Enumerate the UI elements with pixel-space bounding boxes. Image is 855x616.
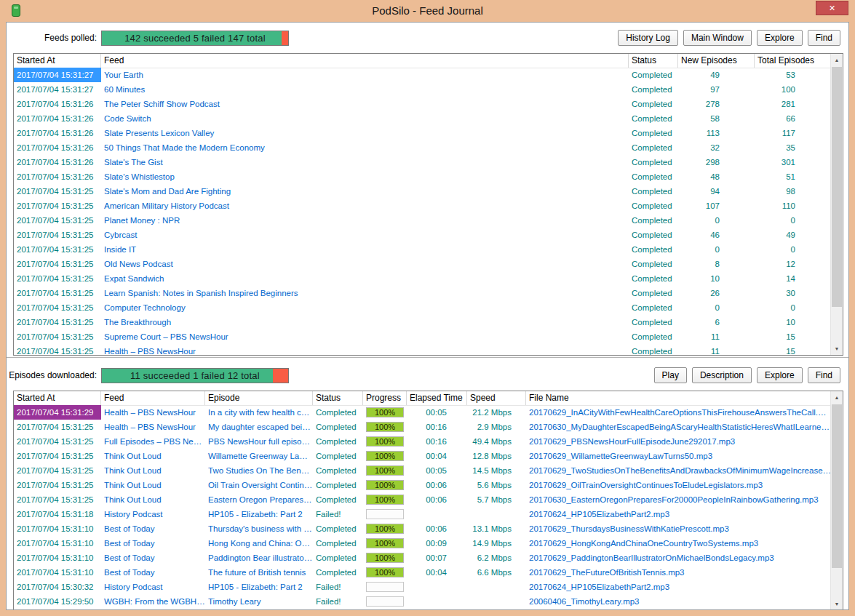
column-header-total-episodes[interactable]: Total Episodes <box>755 54 832 68</box>
scroll-up-icon[interactable]: ▲ <box>831 54 843 66</box>
column-header-status[interactable]: Status <box>313 391 363 405</box>
scroll-down-icon[interactable]: ▼ <box>831 598 843 610</box>
column-header-status[interactable]: Status <box>629 54 678 68</box>
cell-started-at: 2017/07/04 15:31:10 <box>14 521 101 536</box>
table-row[interactable]: 2017/07/04 15:31:10Best of TodayThe futu… <box>14 565 830 580</box>
column-header-episode[interactable]: Episode <box>205 391 313 405</box>
table-row[interactable]: 2017/07/04 15:31:10Best of TodayThursday… <box>14 521 830 536</box>
column-header-started-at[interactable]: Started At <box>14 391 101 405</box>
description-button[interactable]: Description <box>692 367 752 383</box>
column-header-speed[interactable]: Speed <box>467 391 526 405</box>
cell-total-episodes: 10 <box>755 315 830 329</box>
table-row[interactable]: 2017/07/04 15:31:25Old News PodcastCompl… <box>14 257 830 271</box>
table-row[interactable]: 2017/07/04 15:31:26The Peter Schiff Show… <box>14 97 830 111</box>
table-row[interactable]: 2017/07/04 15:31:10Best of TodayPaddingt… <box>14 551 830 565</box>
feeds-status-badge: 142 succeeded 5 failed 147 total <box>101 31 289 46</box>
cell-progress: 100% <box>363 565 407 580</box>
history-log-button[interactable]: History Log <box>618 30 678 46</box>
cell-status: Completed <box>313 565 363 580</box>
column-header-started-at[interactable]: Started At <box>14 54 101 68</box>
cell-started-at: 2017/07/04 15:31:25 <box>14 228 101 242</box>
cell-feed: Slate Presents Lexicon Valley <box>101 126 629 140</box>
cell-speed <box>467 580 526 594</box>
column-header-elapsed-time[interactable]: Elapsed Time <box>407 391 467 405</box>
cell-started-at: 2017/07/04 15:31:26 <box>14 111 101 126</box>
cell-total-episodes: 51 <box>755 169 830 184</box>
table-row[interactable]: 2017/07/04 15:31:25Expat SandwichComplet… <box>14 271 830 286</box>
cell-speed: 12.8 Mbps <box>467 449 526 463</box>
find-button[interactable]: Find <box>808 30 840 46</box>
table-row[interactable]: 2017/07/04 15:31:18History PodcastHP105 … <box>14 507 830 521</box>
table-row[interactable]: 2017/07/04 15:31:25Learn Spanish: Notes … <box>14 286 830 300</box>
episodes-table-header: Started At Feed Episode Status Progress … <box>14 391 843 406</box>
scroll-down-icon[interactable]: ▼ <box>831 343 843 355</box>
table-row[interactable]: 2017/07/04 15:31:25Health – PBS NewsHour… <box>14 344 830 355</box>
table-row[interactable]: 2017/07/04 15:31:27Your EarthCompleted49… <box>14 68 830 82</box>
episodes-table: Started At Feed Episode Status Progress … <box>13 391 843 610</box>
table-row[interactable]: 2017/07/04 15:31:26Slate's The GistCompl… <box>14 155 830 169</box>
cell-status: Completed <box>629 140 678 155</box>
table-row[interactable]: 2017/07/04 15:31:25Computer TechnologyCo… <box>14 300 830 315</box>
table-row[interactable]: 2017/07/04 15:31:25Planet Money : NPRCom… <box>14 213 830 228</box>
table-row[interactable]: 2017/07/04 15:31:10Best of TodayHong Kon… <box>14 536 830 551</box>
scroll-up-icon[interactable]: ▲ <box>831 391 843 404</box>
table-row[interactable]: 2017/07/04 15:31:25CybrcastCompleted4649 <box>14 228 830 242</box>
table-row[interactable]: 2017/07/04 15:31:26Slate's WhistlestopCo… <box>14 169 830 184</box>
column-header-feed[interactable]: Feed <box>101 54 629 68</box>
find-button[interactable]: Find <box>808 367 840 383</box>
cell-feed: Think Out Loud <box>101 478 205 492</box>
table-row[interactable]: 2017/07/04 15:31:25American Military His… <box>14 199 830 213</box>
cell-new-episodes: 0 <box>678 300 755 315</box>
explore-button[interactable]: Explore <box>757 367 803 383</box>
scrollbar-thumb[interactable] <box>832 67 842 307</box>
cell-status: Completed <box>629 169 678 184</box>
table-row[interactable]: 2017/07/04 15:31:2760 MinutesCompleted97… <box>14 82 830 97</box>
table-row[interactable]: 2017/07/04 15:31:29Health – PBS NewsHour… <box>14 405 830 420</box>
explore-button[interactable]: Explore <box>757 30 803 46</box>
cell-feed: 50 Things That Made the Modern Economy <box>101 140 629 155</box>
table-row[interactable]: 2017/07/04 15:31:25Think Out LoudOil Tra… <box>14 478 830 492</box>
cell-started-at: 2017/07/04 15:31:25 <box>14 420 101 434</box>
titlebar[interactable]: PodSilo - Feed Journal ✕ <box>0 0 855 22</box>
cell-new-episodes: 0 <box>678 242 755 257</box>
cell-progress: 100% <box>363 420 407 434</box>
episodes-scrollbar[interactable]: ▲ ▼ <box>830 391 843 610</box>
cell-elapsed-time <box>407 594 467 609</box>
table-row[interactable]: 2017/07/04 15:31:25Full Episodes – PBS N… <box>14 434 830 449</box>
cell-status: Completed <box>629 68 678 82</box>
column-header-progress[interactable]: Progress <box>363 391 407 405</box>
table-row[interactable]: 2017/07/04 15:31:26Code SwitchCompleted5… <box>14 111 830 126</box>
table-row[interactable]: 2017/07/04 15:31:25The BreakthroughCompl… <box>14 315 830 329</box>
table-row[interactable]: 2017/07/04 15:29:50WGBH: From the WGBH .… <box>14 594 830 609</box>
cell-speed: 6.2 Mbps <box>467 551 526 565</box>
cell-elapsed-time: 00:06 <box>407 521 467 536</box>
table-row[interactable]: 2017/07/04 15:31:2650 Things That Made t… <box>14 140 830 155</box>
cell-total-episodes: 49 <box>755 228 830 242</box>
main-window-button[interactable]: Main Window <box>683 30 752 46</box>
cell-feed: Code Switch <box>101 111 629 126</box>
table-row[interactable]: 2017/07/04 15:31:26Slate Presents Lexico… <box>14 126 830 140</box>
play-button[interactable]: Play <box>654 367 687 383</box>
cell-started-at: 2017/07/04 15:31:25 <box>14 184 101 199</box>
cell-feed: Slate's Mom and Dad Are Fighting <box>101 184 629 199</box>
episodes-table-body: 2017/07/04 15:31:29Health – PBS NewsHour… <box>14 405 830 610</box>
table-row[interactable]: 2017/07/04 15:31:25Think Out LoudEastern… <box>14 492 830 507</box>
close-button[interactable]: ✕ <box>816 1 848 15</box>
cell-speed: 5.7 Mbps <box>467 492 526 507</box>
episodes-downloaded-label: Episodes downloaded: <box>7 370 97 380</box>
table-row[interactable]: 2017/07/04 15:31:25Think Out LoudTwo Stu… <box>14 463 830 478</box>
table-row[interactable]: 2017/07/04 15:31:25Think Out LoudWillame… <box>14 449 830 463</box>
feeds-scrollbar[interactable]: ▲ ▼ <box>830 54 843 355</box>
table-row[interactable]: 2017/07/04 15:31:25Inside ITCompleted00 <box>14 242 830 257</box>
column-header-new-episodes[interactable]: New Episodes <box>678 54 755 68</box>
table-row[interactable]: 2017/07/04 15:31:25Supreme Court – PBS N… <box>14 329 830 344</box>
column-header-feed[interactable]: Feed <box>101 391 205 405</box>
table-row[interactable]: 2017/07/04 15:30:32History PodcastHP105 … <box>14 580 830 594</box>
cell-started-at: 2017/07/04 15:29:50 <box>14 594 101 609</box>
cell-progress: 100% <box>363 478 407 492</box>
column-header-file-name[interactable]: File Name <box>526 391 832 405</box>
scrollbar-thumb[interactable] <box>832 404 842 568</box>
table-row[interactable]: 2017/07/04 15:31:25Health – PBS NewsHour… <box>14 420 830 434</box>
table-row[interactable]: 2017/07/04 15:31:25Slate's Mom and Dad A… <box>14 184 830 199</box>
cell-status: Completed <box>313 434 363 449</box>
